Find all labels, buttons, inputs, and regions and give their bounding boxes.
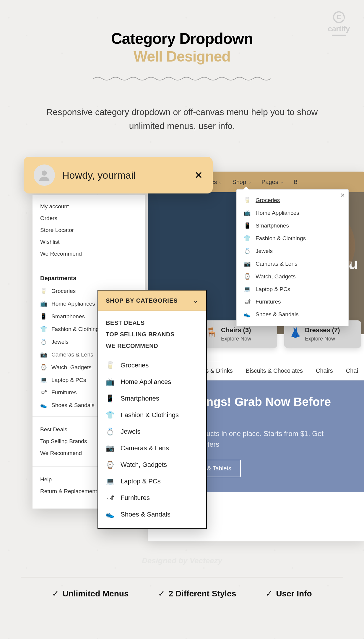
feature-row: ✓Unlimited Menus ✓2 Different Styles ✓Us… bbox=[0, 589, 364, 598]
shirt-icon: 👕 bbox=[106, 411, 115, 419]
shopcat-recommend[interactable]: WE RECOMMEND bbox=[106, 340, 199, 352]
watch-icon: ⌚ bbox=[106, 461, 115, 469]
shopcat-bestdeals[interactable]: BEST DEALS bbox=[106, 317, 199, 329]
dropdown-item-groceries[interactable]: 🥛Groceries bbox=[237, 194, 348, 206]
ring-icon: 💍 bbox=[40, 338, 47, 345]
nav-item-more[interactable]: B bbox=[294, 179, 298, 185]
dropdown-item-watch[interactable]: ⌚Watch, Gadgets bbox=[237, 270, 348, 283]
camera-icon: 📷 bbox=[244, 260, 251, 267]
shopcat-fashion[interactable]: 👕Fashion & Clothings bbox=[98, 407, 206, 423]
camera-icon: 📷 bbox=[106, 444, 115, 452]
account-link-storelocator[interactable]: Store Locator bbox=[40, 224, 137, 236]
laptop-icon: 💻 bbox=[40, 377, 47, 383]
divider bbox=[21, 577, 343, 577]
nav-item-pages[interactable]: Pages⌄ bbox=[261, 179, 284, 185]
page-description: Responsive category dropdown or off-canv… bbox=[0, 105, 364, 133]
dropdown-item-laptop[interactable]: 💻Laptop & PCs bbox=[237, 283, 348, 296]
feature-userinfo: ✓User Info bbox=[266, 589, 312, 598]
credit-text: Designed by Vecteezy bbox=[0, 556, 364, 565]
chair-icon: 🪑 bbox=[206, 327, 217, 338]
check-icon: ✓ bbox=[52, 589, 59, 598]
shoe-icon: 👟 bbox=[40, 402, 47, 409]
chip[interactable]: Chairs bbox=[316, 367, 333, 374]
check-icon: ✓ bbox=[158, 589, 165, 598]
close-icon[interactable]: ✕ bbox=[340, 192, 345, 199]
furniture-icon: 🛋 bbox=[106, 494, 115, 502]
laptop-icon: 💻 bbox=[106, 477, 115, 485]
dropdown-item-smartphones[interactable]: 📱Smartphones bbox=[237, 219, 348, 232]
shopcat-cameras[interactable]: 📷Cameras & Lens bbox=[98, 440, 206, 456]
shopcat-jewels[interactable]: 💍Jewels bbox=[98, 423, 206, 440]
ring-icon: 💍 bbox=[244, 248, 251, 254]
shopcat-groceries[interactable]: 🥛Groceries bbox=[98, 357, 206, 374]
dropdown-item-jewels[interactable]: 💍Jewels bbox=[237, 245, 348, 257]
tile-sub: Explore Now bbox=[305, 336, 352, 342]
page-title: Category Dropdown bbox=[0, 30, 364, 47]
account-link-orders[interactable]: Orders bbox=[40, 212, 137, 224]
groceries-icon: 🥛 bbox=[40, 288, 47, 294]
shoe-icon: 👟 bbox=[106, 510, 115, 519]
smartphone-icon: 📱 bbox=[106, 394, 115, 403]
smartphone-icon: 📱 bbox=[244, 222, 251, 229]
account-link-myaccount[interactable]: My account bbox=[40, 201, 137, 212]
shopcat-shoes[interactable]: 👟Shoes & Sandals bbox=[98, 506, 206, 523]
laptop-icon: 💻 bbox=[244, 286, 251, 293]
shop-by-categories-panel: SHOP BY CATEGORIES ⌄ BEST DEALS TOP SELL… bbox=[98, 290, 207, 529]
smartphone-icon: 📱 bbox=[40, 313, 47, 320]
user-greeting-card: Howdy, yourmail ✕ bbox=[24, 157, 213, 193]
chevron-down-icon: ⌄ bbox=[219, 180, 222, 184]
shopcat-title: SHOP BY CATEGORIES bbox=[106, 297, 178, 304]
account-link-wishlist[interactable]: Wishlist bbox=[40, 236, 137, 248]
shopcat-topselling[interactable]: TOP SELLING BRANDS bbox=[106, 329, 199, 340]
camera-icon: 📷 bbox=[40, 351, 47, 358]
watch-icon: ⌚ bbox=[244, 273, 251, 280]
chip[interactable]: Biscuits & Chocolates bbox=[246, 367, 303, 374]
furniture-icon: 🛋 bbox=[40, 389, 47, 396]
shopcat-laptop[interactable]: 💻Laptop & PCs bbox=[98, 473, 206, 490]
account-link-recommend[interactable]: We Recommend bbox=[40, 248, 137, 260]
furniture-icon: 🛋 bbox=[244, 298, 251, 305]
dropdown-item-fashion[interactable]: 👕Fashion & Clothings bbox=[237, 232, 348, 245]
feature-unlimited: ✓Unlimited Menus bbox=[52, 589, 129, 598]
shopcat-smartphones[interactable]: 📱Smartphones bbox=[98, 390, 206, 407]
shopcat-appliances[interactable]: 📺Home Appliances bbox=[98, 374, 206, 390]
nav-item-shop[interactable]: Shop⌄ bbox=[232, 179, 251, 185]
tile-title: Chairs (3) bbox=[221, 326, 268, 334]
chevron-down-icon: ⌄ bbox=[193, 297, 199, 304]
check-icon: ✓ bbox=[266, 589, 272, 598]
close-icon[interactable]: ✕ bbox=[194, 169, 203, 181]
chevron-down-icon: ⌄ bbox=[248, 180, 251, 184]
page-subtitle: Well Designed bbox=[0, 48, 364, 65]
groceries-icon: 🥛 bbox=[106, 361, 115, 369]
svg-point-0 bbox=[42, 170, 47, 176]
shopcat-furniture[interactable]: 🛋Furnitures bbox=[98, 490, 206, 506]
feature-styles: ✓2 Different Styles bbox=[158, 589, 236, 598]
shirt-icon: 👕 bbox=[40, 326, 47, 333]
divider-wave bbox=[93, 76, 271, 82]
tile-title: Dresses (7) bbox=[305, 326, 352, 334]
avatar-icon bbox=[34, 164, 55, 186]
greeting-text: Howdy, yourmail bbox=[62, 170, 187, 181]
shopcat-header[interactable]: SHOP BY CATEGORIES ⌄ bbox=[98, 291, 206, 311]
chevron-down-icon: ⌄ bbox=[280, 180, 284, 184]
shoe-icon: 👟 bbox=[244, 311, 251, 318]
tile-sub: Explore Now bbox=[221, 336, 268, 342]
groceries-icon: 🥛 bbox=[244, 197, 251, 204]
chip[interactable]: Chai bbox=[346, 367, 358, 374]
watch-icon: ⌚ bbox=[40, 364, 47, 371]
shopcat-watch[interactable]: ⌚Watch, Gadgets bbox=[98, 456, 206, 473]
nav-dropdown: ✕ 🥛Groceries 📺Home Appliances 📱Smartphon… bbox=[236, 189, 349, 326]
departments-heading: Departments bbox=[32, 269, 145, 285]
tv-icon: 📺 bbox=[40, 300, 47, 307]
dropdown-item-appliances[interactable]: 📺Home Appliances bbox=[237, 206, 348, 219]
tv-icon: 📺 bbox=[244, 209, 251, 216]
dropdown-item-shoes[interactable]: 👟Shoes & Sandals bbox=[237, 308, 348, 321]
dropdown-item-cameras[interactable]: 📷Cameras & Lens bbox=[237, 257, 348, 270]
ring-icon: 💍 bbox=[106, 427, 115, 436]
brand-logo-mark: C bbox=[333, 11, 345, 23]
shirt-icon: 👕 bbox=[244, 235, 251, 242]
dropdown-item-furniture[interactable]: 🛋Furnitures bbox=[237, 296, 348, 308]
tv-icon: 📺 bbox=[106, 378, 115, 386]
dress-icon: 👗 bbox=[290, 327, 301, 338]
